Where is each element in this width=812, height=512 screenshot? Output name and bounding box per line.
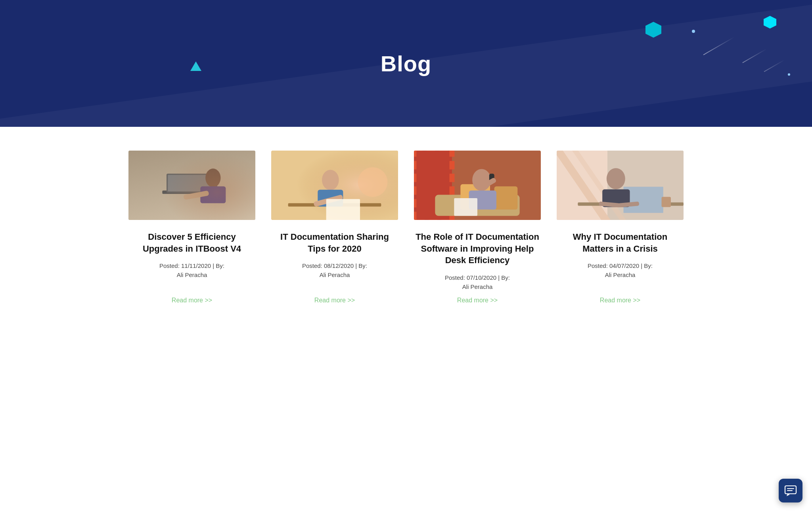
svg-rect-15: [326, 199, 360, 220]
line-shape-3: [764, 59, 785, 72]
dot-shape-2: [788, 73, 790, 76]
svg-rect-1: [128, 151, 255, 220]
card-meta-3: Posted: 07/10/2020 | By: Ali Peracha: [445, 273, 510, 291]
read-more-2[interactable]: Read more >>: [314, 297, 355, 304]
hex-shape-2: [764, 16, 776, 29]
card-meta-2: Posted: 08/12/2020 | By: Ali Peracha: [302, 262, 367, 279]
card-title-1: Discover 5 Efficiency Upgrades in ITBoos…: [128, 231, 255, 254]
svg-rect-21: [494, 186, 518, 210]
svg-rect-7: [183, 191, 209, 200]
line-shape-1: [703, 37, 735, 55]
svg-rect-4: [168, 175, 216, 191]
blog-card-4: Why IT Documentation Matters in a Crisis…: [557, 151, 684, 304]
svg-rect-3: [167, 174, 217, 193]
blog-card-1: Discover 5 Efficiency Upgrades in ITBoos…: [128, 151, 255, 304]
card-title-4: Why IT Documentation Matters in a Crisis: [557, 231, 684, 254]
card-title-3: The Role of IT Documentation Software in…: [414, 231, 541, 266]
svg-point-11: [358, 167, 388, 197]
card-title-2: IT Documentation Sharing Tips for 2020: [271, 231, 398, 254]
hero-title: Blog: [381, 51, 431, 76]
hero-banner: Blog: [0, 0, 812, 127]
card-image-4: [557, 151, 684, 220]
svg-point-35: [607, 168, 625, 189]
blog-card-3: The Role of IT Documentation Software in…: [414, 151, 541, 304]
svg-rect-6: [200, 186, 226, 203]
svg-rect-26: [454, 198, 477, 216]
read-more-3[interactable]: Read more >>: [457, 297, 498, 304]
card-image-svg-2: [271, 151, 398, 220]
svg-rect-34: [662, 197, 671, 207]
card-meta-4: Posted: 04/07/2020 | By: Ali Peracha: [588, 262, 653, 279]
read-more-1[interactable]: Read more >>: [172, 297, 212, 304]
card-meta-1: Posted: 11/11/2020 | By: Ali Peracha: [159, 262, 224, 279]
blog-card-2: IT Documentation Sharing Tips for 2020 P…: [271, 151, 398, 304]
svg-point-22: [472, 169, 491, 191]
dot-shape-1: [692, 30, 695, 33]
card-image-svg-4: [557, 151, 684, 220]
read-more-4[interactable]: Read more >>: [600, 297, 640, 304]
cards-grid: Discover 5 Efficiency Upgrades in ITBoos…: [128, 151, 684, 304]
svg-rect-2: [162, 191, 221, 194]
card-image-3: [414, 151, 541, 220]
svg-point-5: [205, 168, 220, 187]
svg-rect-0: [128, 151, 255, 220]
card-image-2: [271, 151, 398, 220]
blog-section: Discover 5 Efficiency Upgrades in ITBoos…: [0, 127, 812, 336]
svg-point-12: [322, 170, 339, 190]
line-shape-2: [742, 49, 766, 63]
hex-shape-1: [645, 22, 661, 38]
card-image-1: [128, 151, 255, 220]
card-image-svg-3: [414, 151, 541, 220]
card-image-svg-1: [128, 151, 255, 220]
triangle-shape: [190, 61, 201, 71]
